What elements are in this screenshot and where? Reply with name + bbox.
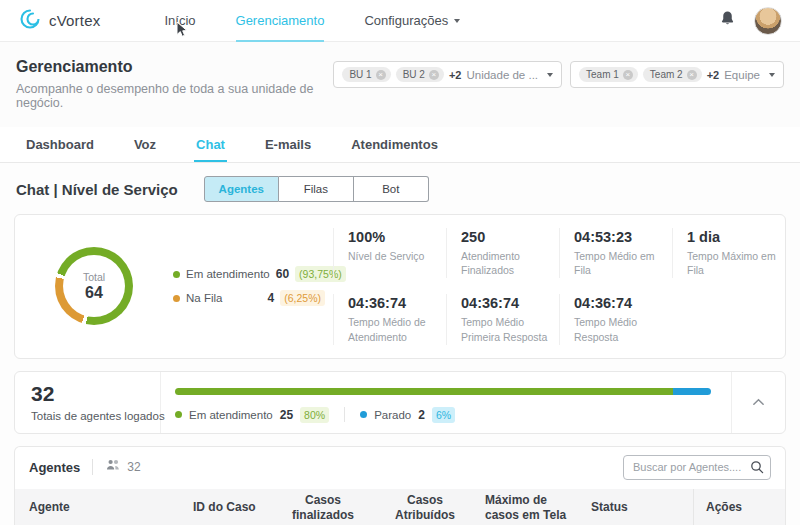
brand-name: cVortex [49, 12, 100, 29]
column-header-maximo-casos-tela[interactable]: Máximo de casos em Tela [477, 489, 583, 525]
search-icon[interactable] [750, 460, 764, 478]
chevron-up-icon [752, 398, 765, 406]
metric-nivel-servico: 100% Nível de Serviço [333, 228, 446, 278]
blue-dot-icon [360, 411, 367, 418]
business-unit-filter[interactable]: BU 1× BU 2× +2 Unidade de ... [333, 61, 562, 88]
page-title: Gerenciamento [16, 58, 333, 76]
mouse-cursor [176, 21, 190, 43]
column-header-casos-finalizados[interactable]: Casos finalizados [273, 489, 373, 525]
logged-agents-count: 32 [31, 382, 160, 406]
brand-logo[interactable]: cVortex [18, 7, 100, 35]
filter-more-count: +2 [449, 69, 462, 81]
section-title: Chat | Nível de Serviço [16, 181, 178, 198]
remove-chip-icon[interactable]: × [429, 70, 439, 80]
filter-chip-team2[interactable]: Team 2× [643, 67, 702, 82]
agents-table-title: Agentes [29, 460, 80, 475]
segment-filas[interactable]: Filas [279, 176, 354, 202]
remove-chip-icon[interactable]: × [623, 70, 633, 80]
column-header-agente[interactable]: Agente [15, 496, 185, 519]
donut-total-label: Total [83, 271, 105, 283]
column-header-id-caso[interactable]: ID do Caso [185, 496, 273, 519]
filter-more-count: +2 [707, 69, 720, 81]
channel-tabs: Dashboard Voz Chat E-mails Atendimentos [0, 127, 800, 163]
agents-count: 32 [127, 460, 140, 474]
page-subtitle: Acompanhe o desempenho de toda a sua uni… [16, 82, 333, 110]
donut-center: Total 64 [55, 247, 133, 325]
service-level-overview-card: Total 64 Em atendimento 60 (93,75%) Na F… [14, 214, 786, 359]
search-input[interactable] [623, 455, 771, 480]
metric-atendimento-finalizados: 250 Atendimento Finalizados [446, 228, 559, 278]
logged-agents-summary-card: 32 Totais de agentes logados Em atendime… [14, 371, 786, 434]
tab-emails[interactable]: E-mails [263, 127, 313, 162]
app-window: cVortex Início Gerenciamento Configuraçõ… [0, 0, 800, 525]
legend-item-em-atendimento: Em atendimento 60 (93,75%) [173, 266, 325, 282]
donut-total-value: 64 [85, 284, 103, 302]
filter-chip-team1[interactable]: Team 1× [579, 67, 638, 82]
filter-label: Unidade de ... [466, 69, 538, 81]
bell-icon[interactable] [719, 10, 736, 31]
metric-tempo-maximo-fila: 1 dia Tempo Máximo em Fila [672, 228, 785, 278]
orange-dot-icon [173, 295, 180, 302]
table-header-row: Agente ID do Caso Casos finalizados Caso… [15, 489, 785, 525]
chevron-down-icon [454, 19, 460, 23]
metric-tempo-medio-atendimento: 04:36:74 Tempo Médio de Atendimento [333, 294, 446, 344]
chevron-down-icon[interactable] [769, 73, 775, 77]
segment-agentes[interactable]: Agentes [204, 176, 279, 202]
view-segmented-control: Agentes Filas Bot [204, 176, 429, 202]
agents-status-bar-area: Em atendimento 25 80% Parado 2 6% [161, 372, 731, 433]
filter-chip-bu2[interactable]: BU 2× [396, 67, 444, 82]
green-dot-icon [175, 411, 182, 418]
nav-item-gerenciamento[interactable]: Gerenciamento [236, 0, 325, 42]
metric-tempo-medio-primeira-resposta: 04:36:74 Tempo Médio Primeira Resposta [446, 294, 559, 344]
logged-agents-total: 32 Totais de agentes logados [15, 372, 161, 433]
column-header-status[interactable]: Status [583, 496, 693, 519]
legend-item-na-fila: Na Fila 4 (6,25%) [173, 290, 325, 306]
metric-tempo-medio-resposta: 04:36:74 Tempo Médio Resposta [559, 294, 672, 344]
topnav-right [719, 7, 782, 35]
agents-status-bar [175, 388, 711, 395]
people-icon [105, 458, 121, 476]
agents-table-header: Agentes 32 [15, 447, 785, 489]
main-content: Chat | Nível de Serviço Agentes Filas Bo… [0, 163, 800, 525]
tab-chat[interactable]: Chat [194, 127, 227, 162]
column-header-casos-atribuidos[interactable]: Casos Atribuídos [373, 489, 477, 525]
user-avatar[interactable] [754, 7, 782, 35]
tab-voz[interactable]: Voz [132, 127, 158, 162]
header-filters: BU 1× BU 2× +2 Unidade de ... Team 1× Te… [333, 61, 784, 88]
remove-chip-icon[interactable]: × [687, 70, 697, 80]
metric-empty [672, 294, 785, 344]
agents-search [623, 455, 771, 480]
percentage-badge: 80% [300, 407, 329, 423]
team-filter[interactable]: Team 1× Team 2× +2 Equipe [570, 61, 784, 88]
donut-legend: Em atendimento 60 (93,75%) Na Fila 4 (6,… [173, 258, 325, 314]
nav-item-configuracoes[interactable]: Configurações [364, 0, 460, 42]
column-header-acoes[interactable]: Ações [693, 489, 785, 525]
metric-tempo-medio-fila: 04:53:23 Tempo Médio em Fila [559, 228, 672, 278]
page-header: Gerenciamento Acompanhe o desempenho de … [0, 42, 800, 127]
kpi-metrics-grid: 100% Nível de Serviço 250 Atendimento Fi… [333, 228, 785, 345]
top-navigation: cVortex Início Gerenciamento Configuraçõ… [0, 0, 800, 42]
segment-bot[interactable]: Bot [354, 176, 429, 202]
filter-label: Equipe [724, 69, 760, 81]
remove-chip-icon[interactable]: × [376, 70, 386, 80]
tab-dashboard[interactable]: Dashboard [24, 127, 96, 162]
chevron-down-icon[interactable] [547, 73, 553, 77]
logged-agents-label: Totais de agentes logados [31, 410, 160, 422]
legend-divider [344, 407, 345, 422]
filter-chip-bu1[interactable]: BU 1× [342, 67, 390, 82]
agents-status-legend: Em atendimento 25 80% Parado 2 6% [175, 407, 711, 423]
cvortex-logo-icon [18, 7, 42, 35]
bar-segment-parado [673, 388, 711, 395]
attendance-donut-chart: Total 64 [15, 247, 173, 325]
collapse-panel-button[interactable] [731, 372, 785, 433]
percentage-badge: (6,25%) [280, 290, 325, 306]
donut-ring: Total 64 [55, 247, 133, 325]
divider [92, 459, 93, 475]
percentage-badge: 6% [432, 407, 455, 423]
agents-table-card: Agentes 32 Agente ID do Caso Casos final… [14, 446, 786, 525]
page-header-text: Gerenciamento Acompanhe o desempenho de … [16, 58, 333, 110]
green-dot-icon [173, 271, 180, 278]
service-level-section-header: Chat | Nível de Serviço Agentes Filas Bo… [0, 163, 800, 214]
tab-atendimentos[interactable]: Atendimentos [349, 127, 440, 162]
bar-segment-em-atendimento [175, 388, 673, 395]
